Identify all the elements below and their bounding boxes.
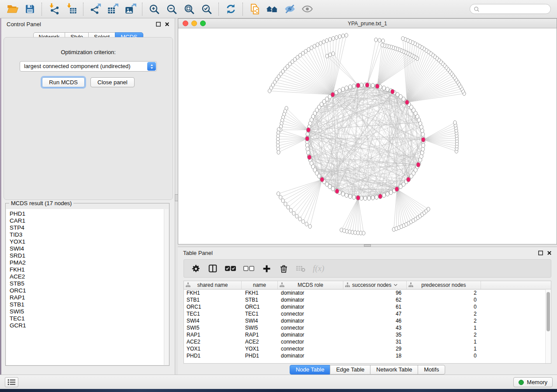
table-cell[interactable]: 2 — [407, 317, 481, 324]
save-session-button[interactable] — [21, 2, 38, 17]
table-cell[interactable]: RAP1 — [184, 331, 242, 338]
refresh-button[interactable] — [222, 2, 239, 17]
table-cell[interactable]: PHD1 — [184, 352, 242, 359]
table-cell[interactable]: YOX1 — [184, 345, 242, 352]
zoom-fit-button[interactable] — [180, 2, 198, 17]
memory-button[interactable]: Memory — [513, 377, 553, 387]
table-cell[interactable]: 2 — [407, 331, 481, 338]
table-cell[interactable]: dominator — [278, 289, 343, 296]
table-cell[interactable]: 96 — [343, 289, 407, 296]
add-column-button[interactable] — [261, 262, 272, 275]
select-all-button[interactable] — [225, 262, 236, 275]
close-panel-button[interactable]: Close panel — [90, 77, 135, 87]
table-cell[interactable]: 47 — [343, 310, 407, 317]
table-cell[interactable]: TEC1 — [184, 310, 242, 317]
table-cell[interactable]: FKH1 — [242, 289, 278, 296]
mcds-result-item[interactable]: PHD1 — [6, 210, 169, 217]
table-cell[interactable]: 61 — [343, 303, 407, 310]
table-cell[interactable]: STB1 — [184, 296, 242, 303]
table-cell[interactable]: 1 — [407, 338, 481, 345]
table-row[interactable]: TEC1TEC1connector472 — [184, 310, 545, 317]
table-row[interactable]: PHD1PHD1dominator180 — [184, 352, 545, 359]
table-cell[interactable]: 1 — [407, 324, 481, 331]
minimize-window-button[interactable] — [191, 21, 197, 26]
table-cell[interactable]: connector — [278, 310, 343, 317]
column-header-successor-nodes[interactable]: successor nodes — [343, 281, 407, 289]
table-cell[interactable]: STB1 — [242, 296, 278, 303]
table-cell[interactable]: 43 — [343, 324, 407, 331]
mcds-result-item[interactable]: TEC1 — [6, 315, 169, 322]
table-cell[interactable]: 18 — [343, 352, 407, 359]
function-builder-button[interactable]: f(x) — [312, 262, 328, 275]
network-graph[interactable] — [178, 28, 557, 244]
table-cell[interactable]: PHD1 — [242, 352, 278, 359]
mcds-result-item[interactable]: SWI5 — [6, 308, 169, 315]
import-network-button[interactable] — [45, 2, 62, 17]
mcds-result-item[interactable]: SWI4 — [6, 245, 169, 252]
table-cell[interactable]: dominator — [278, 352, 343, 359]
table-cell[interactable]: dominator — [278, 303, 343, 310]
table-cell[interactable]: YOX1 — [242, 345, 278, 352]
table-cell[interactable]: connector — [278, 345, 343, 352]
table-cell[interactable]: RAP1 — [242, 331, 278, 338]
export-image-button[interactable] — [121, 2, 139, 17]
table-cell[interactable]: dominator — [278, 317, 343, 324]
open-file-button[interactable] — [3, 2, 21, 17]
close-window-button[interactable] — [183, 21, 188, 26]
table-cell[interactable]: SWI5 — [184, 324, 242, 331]
import-table-button[interactable] — [62, 2, 80, 17]
network-canvas[interactable] — [178, 28, 557, 244]
table-row[interactable]: YOX1YOX1connector291 — [184, 345, 545, 352]
mcds-list-scrollbar[interactable] — [164, 209, 169, 365]
table-cell[interactable]: 0 — [407, 352, 481, 359]
mcds-result-item[interactable]: GCR1 — [6, 322, 169, 329]
table-cell[interactable]: 31 — [343, 338, 407, 345]
table-cell[interactable]: 46 — [343, 317, 407, 324]
delete-table-button[interactable] — [295, 262, 306, 275]
tab-node-table[interactable]: Node Table — [290, 365, 331, 375]
criterion-select[interactable]: largest connected component (undirected) — [20, 61, 157, 72]
mcds-result-item[interactable]: PMA2 — [6, 259, 169, 266]
table-cell[interactable]: TEC1 — [242, 310, 278, 317]
table-cell[interactable]: ACE2 — [242, 338, 278, 345]
mcds-result-item[interactable]: CAR1 — [6, 217, 169, 224]
deselect-all-button[interactable] — [243, 262, 255, 275]
zoom-in-button[interactable] — [145, 2, 163, 17]
column-visibility-button[interactable] — [208, 262, 218, 275]
table-scrollbar[interactable] — [545, 289, 551, 363]
table-row[interactable]: SWI4SWI4dominator462 — [184, 317, 545, 324]
column-header-predecessor-nodes[interactable]: predecessor nodes — [407, 281, 481, 289]
table-row[interactable]: RAP1RAP1dominator352 — [184, 331, 545, 338]
table-cell[interactable]: ORC1 — [184, 303, 242, 310]
table-cell[interactable]: 2 — [407, 289, 481, 296]
zoom-out-button[interactable] — [163, 2, 180, 17]
table-cell[interactable]: SWI5 — [242, 324, 278, 331]
zoom-window-button[interactable] — [200, 21, 206, 26]
zoom-selected-button[interactable] — [198, 2, 215, 17]
column-header-MCDS-role[interactable]: MCDS role — [278, 281, 343, 289]
table-cell[interactable]: 1 — [407, 345, 481, 352]
mcds-result-item[interactable]: SRD1 — [6, 252, 169, 259]
column-header-name[interactable]: name — [242, 281, 278, 289]
table-cell[interactable]: ORC1 — [242, 303, 278, 310]
table-cell[interactable]: SWI4 — [242, 317, 278, 324]
mcds-result-item[interactable]: STB1 — [6, 301, 169, 308]
search-box[interactable] — [470, 4, 551, 14]
copy-style-button[interactable] — [246, 2, 263, 17]
float-panel-icon[interactable] — [156, 22, 161, 27]
mcds-result-item[interactable]: YOX1 — [6, 238, 169, 245]
column-header-shared-name[interactable]: shared name — [184, 281, 242, 289]
export-network-button[interactable] — [86, 2, 104, 17]
close-panel-icon[interactable] — [165, 22, 170, 27]
table-cell[interactable]: dominator — [278, 296, 343, 303]
run-mcds-button[interactable]: Run MCDS — [42, 77, 85, 87]
status-list-button[interactable] — [5, 377, 18, 387]
mcds-result-item[interactable]: RAP1 — [6, 294, 169, 301]
table-row[interactable]: ACE2ACE2connector311 — [184, 338, 545, 345]
hide-selected-button[interactable] — [281, 2, 298, 17]
table-cell[interactable]: dominator — [278, 331, 343, 338]
table-cell[interactable]: 0 — [407, 296, 481, 303]
table-row[interactable]: SWI5SWI5connector431 — [184, 324, 545, 331]
tab-edge-table[interactable]: Edge Table — [330, 365, 370, 375]
mcds-result-item[interactable]: ORC1 — [6, 287, 169, 294]
